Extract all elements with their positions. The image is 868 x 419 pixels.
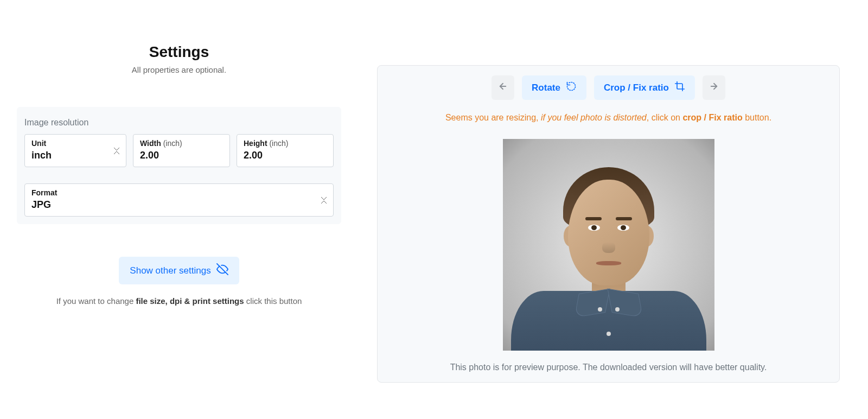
- eye-off-icon: [216, 263, 228, 278]
- format-value: JPG: [31, 199, 317, 211]
- help-text: If you want to change file size, dpi & p…: [56, 296, 302, 306]
- format-select[interactable]: Format JPG: [24, 183, 334, 217]
- settings-subtitle: All properties are optional.: [132, 65, 226, 74]
- height-label: Height (inch): [244, 139, 327, 148]
- preview-toolbar: Rotate Crop / Fix ratio: [387, 75, 829, 100]
- rotate-button[interactable]: Rotate: [522, 75, 586, 100]
- crop-button[interactable]: Crop / Fix ratio: [594, 75, 695, 100]
- rotate-label: Rotate: [532, 82, 560, 93]
- crop-icon: [674, 81, 685, 94]
- next-button[interactable]: [703, 75, 725, 100]
- width-value: 2.00: [140, 150, 223, 161]
- height-field[interactable]: Height (inch) 2.00: [237, 134, 334, 167]
- arrow-left-icon: [498, 81, 508, 94]
- height-value: 2.00: [244, 150, 327, 161]
- settings-box: Image resolution Unit inch Width (inch) …: [17, 107, 341, 224]
- crop-label: Crop / Fix ratio: [604, 82, 669, 93]
- settings-title: Settings: [132, 43, 226, 61]
- preview-note: This photo is for preview purpose. The d…: [387, 363, 829, 372]
- rotate-icon: [566, 81, 577, 94]
- width-label: Width (inch): [140, 139, 223, 148]
- settings-panel: Settings All properties are optional. Im…: [8, 0, 350, 419]
- resolution-row: Unit inch Width (inch) 2.00 Height (inch…: [24, 134, 334, 167]
- prev-button[interactable]: [492, 75, 514, 100]
- preview-photo: [503, 139, 714, 351]
- unit-label: Unit: [31, 139, 110, 148]
- unit-value: inch: [31, 150, 110, 161]
- image-resolution-label: Image resolution: [24, 118, 334, 128]
- show-other-settings-label: Show other settings: [130, 265, 210, 276]
- show-other-settings-button[interactable]: Show other settings: [119, 257, 239, 284]
- unit-select[interactable]: Unit inch: [24, 134, 126, 167]
- preview-card: Rotate Crop / Fix ratio: [377, 65, 840, 383]
- width-field[interactable]: Width (inch) 2.00: [133, 134, 230, 167]
- format-label: Format: [31, 188, 317, 197]
- arrow-right-icon: [709, 81, 719, 94]
- warning-text: Seems you are resizing, if you feel phot…: [387, 113, 829, 123]
